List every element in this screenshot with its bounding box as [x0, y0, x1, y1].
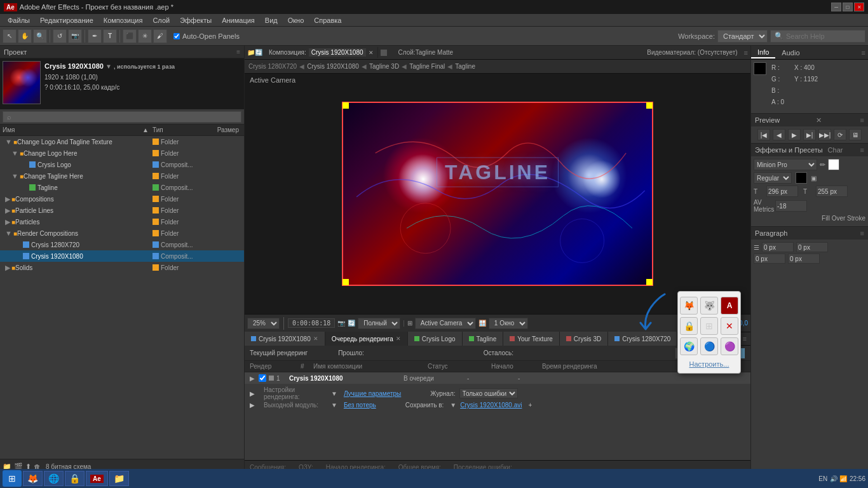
- tool-brush[interactable]: 🖌: [153, 29, 167, 43]
- expand-icon[interactable]: ▼: [5, 229, 12, 237]
- list-item[interactable]: Tagline Composit...: [0, 182, 244, 193]
- popup-icon-wolf[interactable]: 🐺: [700, 297, 718, 315]
- list-item[interactable]: ▼ ■ Change Logo And Tagline Texture Fold…: [0, 136, 244, 147]
- para-input-3[interactable]: [754, 254, 785, 264]
- panel-options[interactable]: ≡: [859, 49, 868, 57]
- tool-zoom[interactable]: 🔍: [33, 29, 47, 43]
- timeline-tab-3d[interactable]: Crysis 3D: [560, 332, 608, 346]
- size-input-1[interactable]: [766, 186, 798, 197]
- popup-icon-blue[interactable]: 🔵: [700, 337, 718, 355]
- expand-icon[interactable]: ▶: [5, 207, 10, 215]
- project-search-input[interactable]: [14, 113, 237, 121]
- prev-loop[interactable]: ⟳: [834, 129, 846, 140]
- size-input-2[interactable]: [816, 186, 848, 197]
- preview-menu[interactable]: ≡: [860, 116, 864, 124]
- rs-expand2[interactable]: ▶: [250, 402, 260, 409]
- close-button[interactable]: ✕: [854, 3, 864, 11]
- start-button[interactable]: ⊞: [3, 470, 22, 487]
- para-input-1[interactable]: [762, 242, 794, 252]
- list-item[interactable]: ▶ ■ Particles Folder: [0, 216, 244, 227]
- tool-text[interactable]: T: [103, 29, 117, 43]
- tool-pen[interactable]: ✒: [88, 29, 102, 43]
- menu-help[interactable]: Справка: [309, 15, 346, 25]
- expand-icon[interactable]: ▼: [11, 149, 18, 157]
- menu-effects[interactable]: Эффекты: [175, 15, 217, 25]
- list-item[interactable]: Crysis Logo Composit...: [0, 159, 244, 170]
- popup-icon-purple[interactable]: 🟣: [721, 337, 738, 355]
- taskbar-security[interactable]: 🔒: [65, 471, 85, 486]
- popup-icon-lock[interactable]: 🔒: [680, 317, 698, 335]
- list-item[interactable]: Crysis 1280X720 Composit...: [0, 239, 244, 250]
- menu-composition[interactable]: Композиция: [98, 15, 148, 25]
- popup-icon-grid[interactable]: ⊞: [700, 317, 718, 335]
- tool-cam[interactable]: 📷: [68, 29, 82, 43]
- timeline-tab-texture[interactable]: Your Texture: [503, 332, 560, 346]
- tab-info[interactable]: Info: [751, 47, 775, 58]
- prev-first[interactable]: |◀: [757, 129, 770, 140]
- handle-bl[interactable]: [342, 279, 349, 285]
- comp-title-value[interactable]: Crysis 1920X1080: [309, 48, 366, 57]
- effects-menu[interactable]: ≡: [860, 146, 864, 154]
- tool-clone[interactable]: ✳: [138, 29, 152, 43]
- menu-layer[interactable]: Слой: [147, 15, 175, 25]
- list-item[interactable]: ▶ ■ Particle Lines Folder: [0, 205, 244, 216]
- taskbar-explorer[interactable]: 📁: [109, 471, 129, 486]
- expand-icon[interactable]: ▶: [5, 195, 10, 203]
- tab-close[interactable]: ✕: [396, 336, 401, 342]
- rs-dropdown2[interactable]: ▼: [331, 402, 337, 409]
- expand-icon[interactable]: ▼: [5, 138, 12, 146]
- para-input-2[interactable]: [796, 242, 828, 252]
- breadcrumb-item[interactable]: Crysis 1920X1080: [307, 63, 359, 70]
- timecode[interactable]: 0:00:08:18: [288, 318, 335, 328]
- popup-icon-fox[interactable]: 🦊: [680, 297, 698, 315]
- render-queue-tab[interactable]: Очередь рендеринга ✕: [325, 332, 408, 346]
- char-tab[interactable]: Char: [828, 146, 843, 154]
- view-select[interactable]: 1 Окно: [489, 318, 528, 329]
- workspace-select[interactable]: Стандарт: [717, 30, 768, 43]
- menu-animation[interactable]: Анимация: [217, 15, 260, 25]
- timeline-tab-crysis[interactable]: Crysis 1920X1080 ✕: [245, 332, 325, 346]
- quality-select[interactable]: Полный: [358, 318, 400, 329]
- rs-dropdown[interactable]: ▼: [331, 390, 337, 397]
- popup-icon-earth[interactable]: 🌍: [680, 337, 698, 355]
- handle-tr[interactable]: [646, 102, 653, 109]
- ri-expand[interactable]: ▶: [250, 375, 259, 382]
- prev-next[interactable]: ▶|: [803, 129, 816, 140]
- list-item[interactable]: Crysis 1920X1080 Composit...: [0, 250, 244, 262]
- expand-icon[interactable]: ▶: [5, 218, 10, 226]
- list-item[interactable]: ▼ ■ Change Logo Here Folder: [0, 147, 244, 159]
- tool-shape[interactable]: ⬛: [123, 29, 137, 43]
- tool-rotate[interactable]: ↺: [53, 29, 67, 43]
- handle-br[interactable]: [646, 279, 653, 285]
- rs-save-dropdown[interactable]: ▼: [450, 402, 456, 409]
- taskbar-firefox[interactable]: 🦊: [23, 471, 43, 486]
- maximize-button[interactable]: □: [843, 3, 853, 11]
- list-item[interactable]: ▶ ■ Solids Folder: [0, 262, 244, 273]
- camera-select[interactable]: Active Camera: [415, 318, 476, 329]
- rs-output-link[interactable]: Без потерь: [344, 402, 376, 409]
- breadcrumb-item[interactable]: Crysis 1280X720: [248, 63, 297, 70]
- av-input[interactable]: [775, 200, 807, 212]
- timeline-tab-logo[interactable]: Crysis Logo: [408, 332, 463, 346]
- rs-expand[interactable]: ▶: [250, 390, 260, 397]
- prev-ram[interactable]: 🖥: [849, 129, 862, 140]
- prev-last[interactable]: ▶▶|: [818, 129, 831, 140]
- timeline-tab-tagline[interactable]: Tagline: [463, 332, 504, 346]
- gradient-icon[interactable]: ▣: [811, 175, 817, 182]
- comp-canvas[interactable]: TAGLINE: [342, 102, 653, 286]
- tab-close[interactable]: ✕: [313, 336, 318, 342]
- rs-journal-select[interactable]: Только ошибки: [459, 388, 518, 398]
- taskbar-chrome[interactable]: 🌐: [44, 471, 64, 486]
- para-menu[interactable]: ≡: [860, 229, 864, 237]
- font-style-select[interactable]: Regular: [754, 172, 792, 184]
- configure-link[interactable]: Настроить...: [689, 360, 729, 368]
- tab-audio[interactable]: Audio: [775, 48, 806, 58]
- comp-dropdown[interactable]: ▼: [105, 63, 112, 70]
- rs-add-output[interactable]: +: [528, 402, 532, 409]
- rs-settings-link[interactable]: Лучшие параметры: [344, 390, 401, 397]
- menu-window[interactable]: Окно: [283, 15, 309, 25]
- color-swatch-black[interactable]: [796, 172, 807, 184]
- auto-open-checkbox[interactable]: [173, 33, 180, 39]
- menu-edit[interactable]: Редактирование: [35, 15, 98, 25]
- panel-menu[interactable]: ≡: [744, 49, 748, 57]
